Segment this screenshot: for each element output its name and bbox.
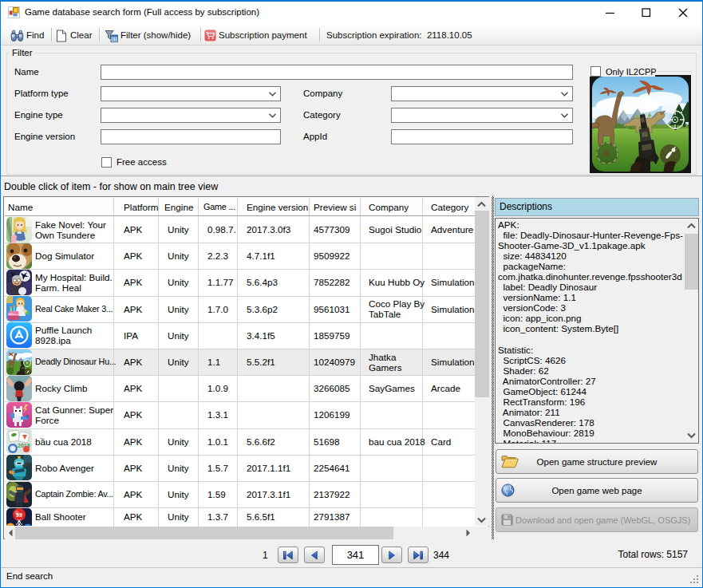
- svg-text:99: 99: [16, 512, 22, 518]
